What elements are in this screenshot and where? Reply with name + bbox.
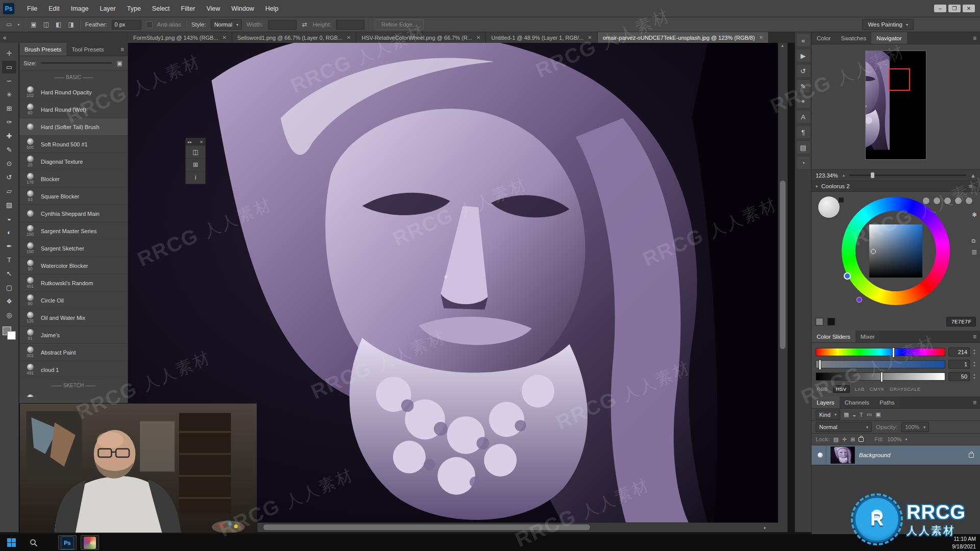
move-tool[interactable]: ✛ bbox=[2, 47, 16, 60]
start-button[interactable] bbox=[0, 534, 22, 551]
path-select-tool[interactable]: ↖ bbox=[2, 267, 16, 280]
height-field[interactable] bbox=[336, 20, 364, 30]
menu-view[interactable]: View bbox=[201, 0, 226, 17]
menu-select[interactable]: Select bbox=[146, 0, 176, 17]
zoom-slider[interactable] bbox=[849, 174, 966, 176]
mode-hsv[interactable]: HSV bbox=[833, 385, 850, 393]
brush-preset-row[interactable]: 91 Jaime's bbox=[19, 327, 128, 344]
brush-preset-row[interactable]: 302 Abstract Paint bbox=[19, 344, 128, 361]
info-icon[interactable]: i bbox=[186, 171, 205, 184]
shape-tool[interactable]: ▢ bbox=[2, 281, 16, 294]
menu-image[interactable]: Image bbox=[65, 0, 94, 17]
harmony-dot[interactable] bbox=[944, 197, 951, 205]
lock-transparency-icon[interactable]: ▨ bbox=[834, 436, 839, 443]
layer-name[interactable]: Background bbox=[859, 452, 890, 458]
zoom-value[interactable]: 123.34% bbox=[816, 172, 838, 179]
link-dimensions-icon[interactable]: ⇄ bbox=[301, 21, 308, 28]
menu-layer[interactable]: Layer bbox=[94, 0, 121, 17]
mode-cmyk[interactable]: CMYK bbox=[870, 386, 885, 392]
fill-value[interactable]: 100% bbox=[887, 436, 901, 442]
navigator-thumbnail[interactable] bbox=[865, 51, 926, 160]
brush-preset-row[interactable]: 102 Hard Round Opacity bbox=[19, 84, 128, 101]
history-icon[interactable]: ↺ bbox=[797, 65, 810, 77]
saturation-slider[interactable] bbox=[816, 360, 945, 368]
marquee-tool[interactable]: ▭ bbox=[2, 61, 16, 73]
grid-icon[interactable]: ◫ bbox=[186, 145, 205, 158]
mode-grayscale[interactable]: GRAYSCALE bbox=[890, 386, 921, 392]
scroll-up-icon[interactable]: ▴ bbox=[778, 43, 787, 48]
coolorus-panel-header[interactable]: ▾ Coolorus 2 ≡ bbox=[812, 181, 980, 192]
brush-preset-row[interactable]: 93 Square Blocker bbox=[19, 188, 128, 205]
blend-mode-dropdown[interactable]: Normal ▾ bbox=[816, 422, 872, 432]
zoom-tool[interactable]: ◎ bbox=[2, 309, 16, 321]
tab-mixer[interactable]: Mixer bbox=[855, 331, 880, 342]
background-color-swatch[interactable] bbox=[7, 331, 16, 340]
stepper-icons[interactable]: ▲▼ bbox=[973, 348, 976, 355]
collapse-icon[interactable]: ▸▸ bbox=[188, 140, 192, 144]
brush-preset-row[interactable]: 150 Sargent Master Series bbox=[19, 222, 128, 240]
eyedropper-tool[interactable]: ✑ bbox=[2, 116, 16, 129]
close-icon[interactable]: ✕ bbox=[588, 35, 592, 40]
stepper-icons[interactable]: ▲▼ bbox=[973, 373, 976, 380]
scroll-right-icon[interactable]: ▸ bbox=[761, 525, 769, 530]
zoom-slider-thumb[interactable] bbox=[871, 172, 874, 178]
brightness-slider[interactable] bbox=[816, 372, 945, 381]
brush-preset-row[interactable]: 25 Diagonal Texture bbox=[19, 153, 128, 170]
filter-type-icon[interactable]: T bbox=[860, 412, 863, 418]
brush-preset-row[interactable]: 150 Sargent Sketcher bbox=[19, 240, 128, 257]
panel-menu-icon[interactable]: ≡ bbox=[117, 43, 128, 56]
brush-preset-row[interactable]: 491 cloud 1 bbox=[19, 361, 128, 379]
intersect-selection-icon[interactable]: ◨ bbox=[67, 21, 75, 28]
brush-size-slider[interactable] bbox=[41, 62, 112, 64]
slider-marker[interactable] bbox=[880, 372, 883, 382]
menu-filter[interactable]: Filter bbox=[176, 0, 201, 17]
brush-preset-row-selected[interactable]: Hard (Softer Tail) Brush bbox=[19, 118, 128, 136]
harmony-dot[interactable] bbox=[933, 197, 941, 205]
menu-type[interactable]: Type bbox=[121, 0, 146, 17]
document-tab[interactable]: Untitled-1 @ 48.9% (Layer 1, RGB/... ✕ bbox=[486, 32, 598, 43]
overlay-icon[interactable]: ⊞ bbox=[186, 158, 205, 171]
brush-tip-toggle-icon[interactable]: ▣ bbox=[116, 60, 124, 67]
document-tab-active[interactable]: omair-parvez-oUNDCE7TekE-unsplash.jpg @ … bbox=[598, 32, 769, 43]
lock-artboard-icon[interactable]: ⊞ bbox=[850, 436, 855, 443]
zoom-out-icon[interactable]: ▲ bbox=[842, 173, 845, 177]
hue-slider[interactable] bbox=[816, 348, 945, 356]
dodge-tool[interactable]: ◐ bbox=[2, 226, 16, 239]
taskbar-search-button[interactable] bbox=[22, 534, 45, 551]
add-selection-icon[interactable]: ◫ bbox=[42, 21, 50, 28]
tab-channels[interactable]: Channels bbox=[840, 396, 875, 408]
width-field[interactable] bbox=[268, 20, 297, 30]
menu-help[interactable]: Help bbox=[260, 0, 284, 17]
slider-marker[interactable] bbox=[819, 360, 821, 370]
fg-mini-swatch[interactable] bbox=[816, 318, 823, 325]
mode-rgb[interactable]: RGB bbox=[817, 386, 828, 392]
filter-smart-object-icon[interactable]: ▣ bbox=[875, 411, 880, 418]
harmony-dot[interactable] bbox=[965, 197, 973, 205]
timeline-icon[interactable]: ▤ bbox=[797, 141, 810, 154]
gradient-tool[interactable]: ▨ bbox=[2, 198, 16, 211]
panel-menu-icon[interactable]: ≡ bbox=[969, 32, 980, 44]
zoom-in-icon[interactable]: ▲ bbox=[970, 172, 976, 179]
bg-mini-swatch[interactable] bbox=[827, 318, 835, 325]
close-icon[interactable]: ✕ bbox=[759, 35, 763, 40]
type-tool[interactable]: T bbox=[2, 254, 16, 266]
brush-preset-row[interactable]: 401 Rutkowski's Random bbox=[19, 274, 128, 292]
taskbar-photoshop-button[interactable]: Ps bbox=[58, 535, 77, 550]
visibility-toggle[interactable] bbox=[815, 445, 826, 465]
menu-file[interactable]: File bbox=[21, 0, 43, 17]
hue-dot-marker[interactable] bbox=[856, 297, 862, 303]
navigator-view-rectangle[interactable] bbox=[889, 68, 910, 91]
hand-tool[interactable]: ❖ bbox=[2, 295, 16, 308]
blur-tool[interactable]: ◒ bbox=[2, 212, 16, 225]
panel-menu-icon[interactable]: ≡ bbox=[969, 396, 980, 408]
mode-lab[interactable]: LAB bbox=[855, 386, 865, 392]
close-icon[interactable]: ✕ bbox=[222, 35, 226, 40]
menu-edit[interactable]: Edit bbox=[43, 0, 65, 17]
filter-adjustment-icon[interactable]: ◒ bbox=[852, 412, 856, 418]
hue-ring-marker[interactable] bbox=[844, 272, 851, 280]
brush-preset-row[interactable]: Cynthia Sheppard Main bbox=[19, 205, 128, 222]
harmony-dot[interactable] bbox=[954, 197, 962, 205]
horizontal-scroll-thumb[interactable] bbox=[263, 524, 590, 530]
tool-preset-caret-icon[interactable]: ▾ bbox=[17, 22, 19, 27]
filter-shape-icon[interactable]: ▭ bbox=[867, 411, 872, 418]
